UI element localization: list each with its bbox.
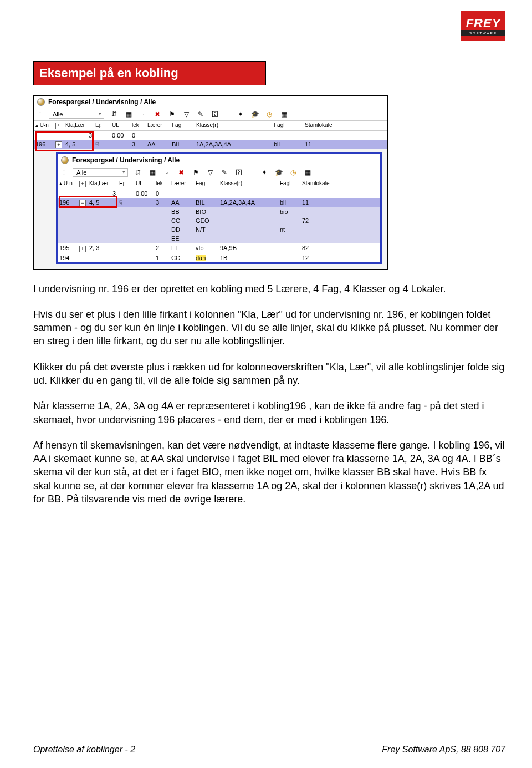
paragraph: Klikker du på det øverste plus i rækken … [33,360,505,388]
table-row: 3 0.00 0 [34,131,387,140]
table-row: 194 1 CC dan 1B 12 [58,253,380,262]
new-icon[interactable]: ▫ [162,168,171,177]
globe-icon [37,98,45,106]
calendar-icon[interactable]: ▦ [303,168,312,177]
key-icon[interactable]: ⚿ [234,168,243,177]
spark-icon[interactable]: ✦ [236,110,245,119]
body-text: I undervisning nr. 196 er der oprettet e… [33,282,505,506]
paragraph: Af hensyn til skemavisningen, kan det væ… [33,439,505,506]
table-row-selected[interactable]: 196 − 4, 5 ☟ 3 AA BIL 1A,2A,3A,4A bil 11 [58,198,380,208]
footer-left: Oprettelse af koblinger - 2 [33,745,135,755]
paragraph: Hvis du ser et plus i den lille firkant … [33,308,505,348]
clock-icon[interactable]: ◷ [265,110,274,119]
new-icon[interactable]: ▫ [139,110,147,119]
globe-icon [61,156,69,164]
filter-icon[interactable]: ▽ [206,168,214,177]
grid-icon[interactable]: ▦ [124,110,133,119]
grad-icon[interactable]: 🎓 [250,110,259,119]
expand-all-icon[interactable]: + [79,181,86,187]
expand-icon[interactable]: + [55,141,62,148]
inner-filter-combo[interactable]: Alle [73,168,128,177]
calendar-icon[interactable]: ▦ [279,110,288,119]
delete-icon[interactable]: ✖ [177,168,186,177]
table-row: EE [58,234,380,243]
window-title: Forespørgsel / Undervisning / Alle [48,98,156,106]
table-row: BB BIO bio [58,207,380,216]
grad-icon[interactable]: 🎓 [274,168,283,177]
spark-icon[interactable]: ✦ [260,168,269,177]
column-headers: ▴ U-n + Kla,Lær Ej: UL lek Lærer Fag Kla… [34,120,387,131]
footer-right: Frey Software ApS, 88 808 707 [382,745,505,755]
sort-icon[interactable]: ⇵ [134,168,142,177]
collapse-icon[interactable]: − [79,200,86,206]
expand-icon[interactable]: + [79,246,86,252]
clock-icon[interactable]: ◷ [289,168,298,177]
table-row: 195 + 2, 3 2 EE vfo 9A,9B 82 [58,243,380,253]
edit-icon[interactable]: ✎ [196,110,205,119]
inner-window: Forespørgsel / Undervisning / Alle ⋮ All… [56,152,382,264]
pointer-icon: ☟ [95,141,99,148]
grid-icon[interactable]: ▦ [148,168,157,177]
section-banner: Eksempel på en kobling [33,61,266,85]
edit-icon[interactable]: ✎ [220,168,229,177]
table-row-selected[interactable]: 196 + 4, 5 ☟ 3 AA BIL 1A,2A,3A,4A bil 11 [34,140,387,150]
filter-icon[interactable]: ▽ [182,110,191,119]
sort-icon[interactable]: ⇵ [110,110,119,119]
window-title-bar: Forespørgsel / Undervisning / Alle [34,96,387,108]
table-row: 3 0.00 0 [58,189,380,198]
toolbar: ⋮ Alle ⇵ ▦ ▫ ✖ ⚑ ▽ ✎ ⚿ ✦ 🎓 ◷ ▦ [34,108,387,120]
paragraph: I undervisning nr. 196 er der oprettet e… [33,282,505,296]
flag-icon[interactable]: ⚑ [191,168,200,177]
inner-window-title-bar: Forespørgsel / Undervisning / Alle [58,154,380,166]
pointer-icon: ☟ [119,199,123,206]
paragraph: Når klasserne 1A, 2A, 3A og 4A er repræs… [33,399,505,426]
logo: FREY SOFTWARE [461,11,505,41]
logo-word: FREY [466,16,501,30]
inner-column-headers: ▴ U-n + Kla,Lær Ej: UL lek Lærer Fag Kla… [58,179,380,189]
screenshot-container: Forespørgsel / Undervisning / Alle ⋮ All… [33,95,388,270]
table-row: DD N/T nt [58,225,380,234]
logo-subtitle: SOFTWARE [461,30,505,36]
inner-window-title: Forespørgsel / Undervisning / Alle [72,156,180,164]
key-icon[interactable]: ⚿ [211,110,219,119]
page-footer: Oprettelse af koblinger - 2 Frey Softwar… [33,740,505,755]
table-row: CC GEO 72 [58,216,380,225]
flag-icon[interactable]: ⚑ [167,110,176,119]
expand-all-icon[interactable]: + [55,123,62,129]
filter-combo[interactable]: Alle [49,110,104,119]
inner-toolbar: ⋮ Alle ⇵ ▦ ▫ ✖ ⚑ ▽ ✎ ⚿ ✦ 🎓 ◷ ▦ [58,166,380,179]
delete-icon[interactable]: ✖ [153,110,162,119]
